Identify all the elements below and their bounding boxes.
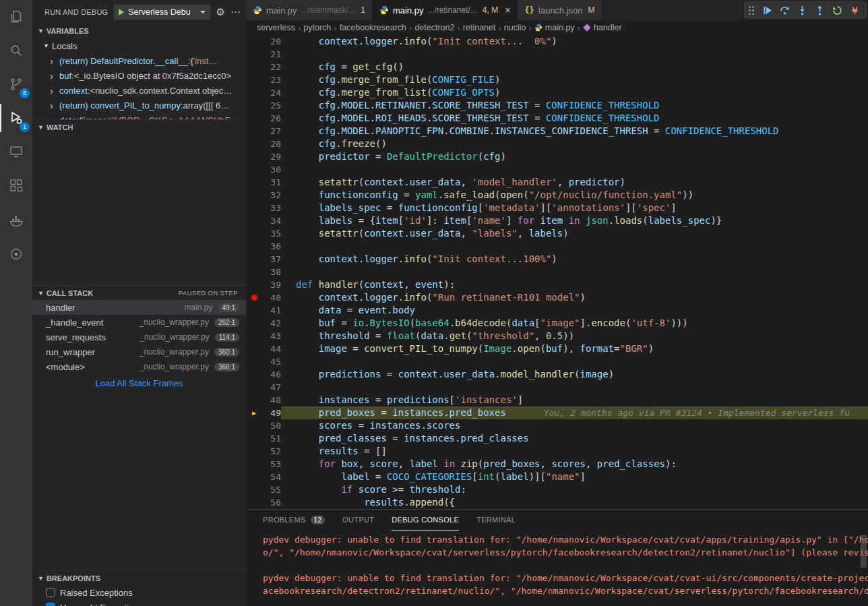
tab-launch-json[interactable]: {} launch.json M — [518, 0, 602, 20]
stack-frame-row[interactable]: _handle_event_nuclio_wrapper.py262:1 — [32, 315, 246, 330]
checkbox-unchecked[interactable] — [46, 588, 55, 597]
gutter-glyph[interactable] — [246, 278, 262, 291]
extensions-icon[interactable] — [0, 169, 32, 202]
panel-tab-debug-console[interactable]: DEBUG CONSOLE — [392, 510, 459, 531]
watch-section-header[interactable]: ▼ WATCH — [32, 119, 246, 134]
start-debug-icon[interactable] — [119, 9, 124, 16]
panel-tab-terminal[interactable]: TERMINAL — [476, 510, 516, 531]
gutter-glyph[interactable] — [246, 73, 262, 86]
gutter-glyph[interactable] — [246, 355, 262, 368]
gutter-glyph[interactable] — [246, 432, 262, 445]
breakpoint-uncaught-exceptions[interactable]: ✓ Uncaught Exceptions — [32, 600, 246, 606]
gutter-glyph[interactable] — [246, 419, 262, 432]
stack-frame-row[interactable]: serve_requests_nuclio_wrapper.py114:1 — [32, 330, 246, 344]
tab-main-py-retinanet[interactable]: main.py .../retinanet/... 4, M × — [373, 0, 518, 20]
code-line: 37 context.logger.info("Init context...1… — [246, 253, 868, 266]
remote-explorer-icon[interactable] — [0, 135, 32, 169]
close-icon[interactable]: × — [505, 5, 510, 16]
breadcrumb-item[interactable]: detectron2 — [414, 23, 454, 32]
continue-button[interactable] — [760, 3, 774, 18]
gutter-glyph[interactable] — [246, 150, 262, 163]
variable-row[interactable]: ›(return) convert_PIL_to_numpy: array([[… — [32, 98, 246, 113]
gear-icon[interactable]: ⚙ — [216, 7, 225, 17]
gutter-glyph[interactable] — [246, 458, 262, 471]
stack-frame-row[interactable]: handlermain.py49:1 — [32, 300, 246, 315]
gutter-glyph[interactable] — [246, 496, 262, 509]
variable-row[interactable]: ›(return) DefaultPredictor.__call__: {'i… — [32, 53, 246, 68]
scrollbar-thumb[interactable] — [861, 535, 867, 568]
run-and-debug-icon[interactable]: 1 — [0, 101, 32, 135]
chevron-down-icon — [200, 11, 206, 13]
variable-row[interactable]: ›buf: <_io.BytesIO object at 0x7f5a2dc1e… — [32, 68, 246, 83]
gutter-glyph[interactable] — [246, 240, 262, 253]
docker-icon[interactable] — [0, 204, 32, 237]
breadcrumb-item[interactable]: retinanet — [463, 23, 496, 32]
line-number: 56 — [262, 496, 281, 509]
code-editor[interactable]: 20 context.logger.info("Init context... … — [246, 35, 868, 509]
restart-button[interactable] — [830, 3, 844, 18]
variables-section-header[interactable]: ▼ VARIABLES — [32, 24, 246, 38]
gutter-glyph[interactable] — [246, 394, 262, 406]
gutter-glyph[interactable] — [246, 48, 262, 61]
gutter-glyph[interactable] — [246, 317, 262, 330]
gutter-glyph[interactable] — [246, 304, 262, 317]
breadcrumb-item[interactable]: facebookresearch — [340, 23, 406, 32]
breakpoint-raised-exceptions[interactable]: Raised Exceptions — [32, 585, 246, 600]
load-all-stack-frames-link[interactable]: Load All Stack Frames — [32, 374, 246, 392]
gutter-glyph[interactable] — [246, 86, 262, 99]
gutter-glyph[interactable] — [246, 483, 262, 496]
search-icon[interactable] — [0, 34, 32, 67]
tab-main-py-siammask[interactable]: main.py .../siammask/... 1 — [246, 0, 373, 20]
checkbox-checked[interactable]: ✓ — [46, 603, 55, 606]
gutter-glyph[interactable] — [246, 368, 262, 381]
stack-frame-row[interactable]: <module>_nuclio_wrapper.py366:1 — [32, 359, 246, 374]
gutter-glyph[interactable] — [246, 189, 262, 202]
gutter-glyph[interactable] — [246, 112, 262, 125]
gutter-glyph[interactable] — [246, 342, 262, 355]
gutter-glyph[interactable] — [246, 471, 262, 483]
drag-grip-icon[interactable] — [749, 5, 755, 15]
gutter-glyph[interactable] — [246, 227, 262, 240]
gutter-glyph[interactable] — [246, 35, 262, 48]
gutter-glyph[interactable] — [246, 138, 262, 150]
step-out-button[interactable] — [812, 3, 827, 18]
more-actions-icon[interactable]: ⋯ — [230, 7, 241, 17]
debug-console-output[interactable]: pydev debugger: unable to find translati… — [246, 531, 868, 606]
step-into-button[interactable] — [795, 3, 809, 18]
breadcrumb-item[interactable]: serverless — [257, 23, 295, 32]
breakpoints-section-header[interactable]: ▼ BREAKPOINTS — [32, 570, 246, 585]
breadcrumb-item[interactable]: main.py — [545, 23, 575, 32]
locals-scope-row[interactable]: ▼ Locals — [32, 38, 246, 53]
variable-row[interactable]: ›data: {'image': 'iVBOR…OKGo=AAAANSUhE… — [32, 113, 246, 119]
breadcrumb-item[interactable]: handler — [594, 23, 622, 32]
gutter-glyph[interactable] — [246, 214, 262, 227]
explorer-icon[interactable] — [0, 0, 32, 34]
stack-frame-row[interactable]: run_wrapper_nuclio_wrapper.py360:1 — [32, 344, 246, 359]
gutter-glyph[interactable] — [246, 330, 262, 342]
debug-current-line-icon[interactable]: ▶ — [246, 406, 262, 419]
gutter-glyph[interactable] — [246, 125, 262, 138]
tab-detail: .../retinanet/... — [427, 5, 476, 15]
gutter-glyph[interactable] — [246, 61, 262, 73]
gutter-glyph[interactable] — [246, 253, 262, 266]
gutter-glyph[interactable] — [246, 266, 262, 278]
breakpoint-icon[interactable] — [246, 291, 262, 304]
source-control-icon[interactable]: 8 — [0, 67, 32, 101]
gutter-glyph[interactable] — [246, 176, 262, 189]
disconnect-button[interactable] — [847, 3, 862, 18]
panel-tab-problems[interactable]: PROBLEMS 12 — [263, 510, 325, 531]
test-explorer-icon[interactable] — [0, 237, 32, 271]
gutter-glyph[interactable] — [246, 202, 262, 214]
breadcrumb-item[interactable]: nuclio — [504, 23, 526, 32]
gutter-glyph[interactable] — [246, 99, 262, 112]
step-over-button[interactable] — [777, 3, 792, 18]
call-stack-section-header[interactable]: ▼ CALL STACK PAUSED ON STEP — [32, 285, 246, 300]
console-line — [263, 559, 868, 572]
gutter-glyph[interactable] — [246, 163, 262, 176]
launch-config-dropdown[interactable]: Serverless Debu — [113, 4, 210, 20]
breadcrumb-item[interactable]: pytorch — [303, 23, 331, 32]
gutter-glyph[interactable] — [246, 445, 262, 458]
gutter-glyph[interactable] — [246, 381, 262, 394]
panel-tab-output[interactable]: OUTPUT — [342, 510, 374, 531]
variable-row[interactable]: ›context: <nuclio_sdk.context.Context ob… — [32, 83, 246, 98]
